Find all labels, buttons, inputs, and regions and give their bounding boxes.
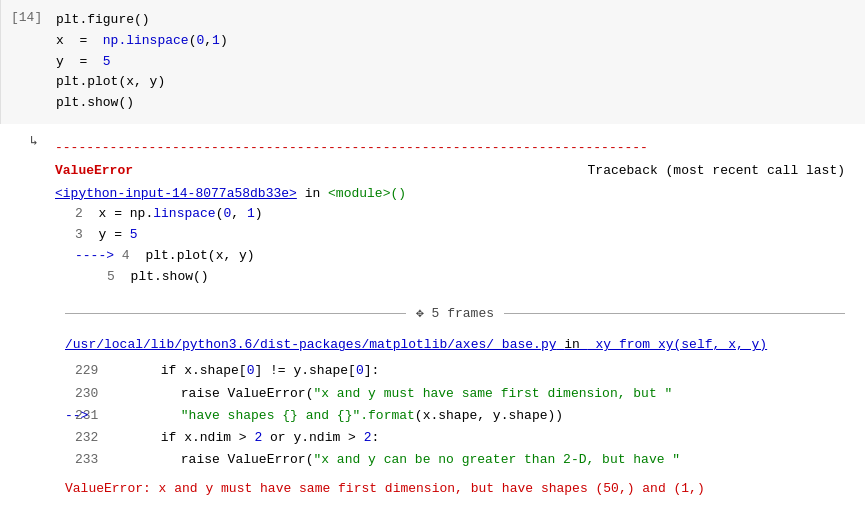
tb-line-232: 232 if x.ndim > 2 or y.ndim > 2:: [75, 427, 855, 449]
in-text: in: [305, 186, 328, 201]
tb-line-231: --> 231 "have shapes {} and {}".format(x…: [75, 405, 855, 427]
error-header: ValueError Traceback (most recent call l…: [55, 161, 845, 182]
traceback-file-link[interactable]: /usr/local/lib/python3.6/dist-packages/m…: [65, 337, 556, 352]
frames-text: ✥ 5 frames: [416, 304, 494, 325]
tb-line-230: 230 raise ValueError("x and y must have …: [75, 383, 855, 405]
frames-divider: ✥ 5 frames: [65, 304, 845, 325]
error-file-link[interactable]: <ipython-input-14-8077a58db33e>: [55, 186, 297, 201]
cell-label: [14]: [11, 10, 42, 25]
error-file-line: <ipython-input-14-8077a58db33e> in <modu…: [55, 184, 845, 205]
tb-line-233: 233 raise ValueError("x and y can be no …: [75, 449, 855, 471]
traceback-fn: _xy_from_xy(self, x, y): [588, 337, 767, 352]
error-section: ----------------------------------------…: [55, 132, 855, 294]
err-line-2: 2 x = np.linspace(0, 1): [75, 204, 845, 225]
final-error-text: ValueError: x and y must have same first…: [65, 481, 705, 496]
frames-line-left: [65, 313, 406, 314]
err-line-4: ----> 4 plt.plot(x, y): [75, 246, 845, 267]
code-line-5: plt.show(): [56, 93, 855, 114]
output-area: ↳ --------------------------------------…: [0, 124, 865, 516]
error-dashes: ----------------------------------------…: [55, 138, 845, 159]
traceback-label: Traceback (most recent call last): [588, 161, 845, 182]
output-arrow: ↳: [30, 132, 38, 153]
error-title: ValueError: [55, 161, 133, 182]
code-line-1: plt.figure(): [56, 10, 855, 31]
final-error-message: ValueError: x and y must have same first…: [55, 471, 855, 508]
traceback-in: in: [564, 337, 587, 352]
cell-code: plt.figure() x = np.linspace(0,1) y = 5 …: [56, 10, 855, 114]
frames-line-right: [504, 313, 845, 314]
err-line-3: 3 y = 5: [75, 225, 845, 246]
err-line-5: 5 plt.show(): [75, 267, 845, 288]
code-line-3: y = 5: [56, 52, 855, 73]
module-name: <module>(): [328, 186, 406, 201]
tb-line-229: 229 if x.shape[0] != y.shape[0]:: [75, 360, 855, 382]
code-line-2: x = np.linspace(0,1): [56, 31, 855, 52]
error-code-block: 2 x = np.linspace(0, 1) 3 y = 5 ----> 4 …: [75, 204, 845, 287]
traceback-file-line: /usr/local/lib/python3.6/dist-packages/m…: [55, 330, 855, 360]
cell-input: [14] plt.figure() x = np.linspace(0,1) y…: [0, 0, 865, 124]
code-line-4: plt.plot(x, y): [56, 72, 855, 93]
traceback-code-block: 229 if x.shape[0] != y.shape[0]: 230 rai…: [75, 360, 855, 470]
